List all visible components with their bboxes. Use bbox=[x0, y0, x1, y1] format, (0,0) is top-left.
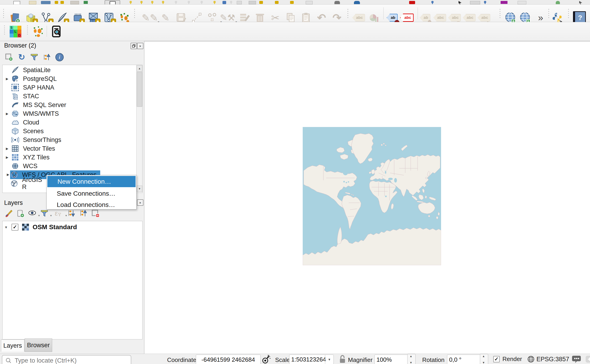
close-panel-button[interactable]: × bbox=[137, 199, 143, 206]
cursor-fragment[interactable] bbox=[458, 1, 462, 4]
collapse-expander[interactable]: ▼ bbox=[4, 225, 8, 229]
map-canvas[interactable] bbox=[144, 41, 590, 354]
tree-item-wms-wmts[interactable]: WMS/WMTS bbox=[3, 109, 132, 118]
toolbar-fragment[interactable] bbox=[306, 1, 312, 4]
expander[interactable] bbox=[3, 147, 11, 150]
scroll-thumb[interactable] bbox=[137, 72, 142, 107]
tree-item-sap-hana[interactable]: SAP HANA bbox=[3, 83, 132, 92]
rotation-spinner[interactable] bbox=[480, 354, 488, 364]
toolbar-fragment[interactable] bbox=[556, 1, 560, 4]
collapse-all-icon[interactable] bbox=[42, 53, 51, 62]
combo-dropdown-icon[interactable]: ▼ bbox=[325, 355, 333, 364]
properties-widget-icon[interactable]: i bbox=[55, 53, 64, 62]
cursor-fragment[interactable] bbox=[579, 1, 582, 4]
expander[interactable] bbox=[3, 77, 11, 81]
close-panel-button[interactable]: × bbox=[137, 43, 143, 49]
expander[interactable] bbox=[4, 173, 12, 176]
layer-row-osm-standard[interactable]: ▼ ✓ OSM Standard bbox=[4, 223, 77, 231]
toolbar-drag-handle[interactable] bbox=[568, 8, 570, 19]
toolbar-fragment[interactable] bbox=[129, 1, 132, 4]
scroll-down-button[interactable]: ▼ bbox=[137, 186, 142, 192]
render-control[interactable]: ✓ Render bbox=[493, 356, 522, 363]
manage-map-themes-icon[interactable] bbox=[28, 209, 37, 218]
crs-status-button[interactable]: EPSG:3857 bbox=[527, 356, 569, 363]
toolbar-drag-handle[interactable] bbox=[347, 8, 349, 19]
toolbar-fragment[interactable] bbox=[275, 1, 278, 4]
toolbar-fragment[interactable] bbox=[200, 1, 203, 4]
document-search-tool-icon[interactable] bbox=[50, 25, 62, 38]
toolbar-fragment[interactable] bbox=[140, 1, 143, 4]
dock-tab-layers[interactable]: Layers bbox=[1, 339, 24, 351]
tree-item-sensorthings[interactable]: SensorThings bbox=[3, 136, 132, 144]
toolbar-drag-handle[interactable] bbox=[27, 25, 28, 35]
toolbar-fragment[interactable] bbox=[55, 1, 58, 4]
toolbar-fragment[interactable] bbox=[484, 1, 486, 4]
scroll-up-button[interactable]: ▲ bbox=[137, 65, 142, 72]
toolbar-fragment[interactable] bbox=[175, 1, 177, 4]
toolbar-fragment[interactable] bbox=[70, 1, 79, 4]
toolbar-button-pressed[interactable] bbox=[105, 0, 120, 5]
tree-item-spatialite[interactable]: SpatiaLite bbox=[3, 66, 132, 74]
locator-input[interactable] bbox=[14, 357, 116, 364]
toolbar-drag-handle[interactable] bbox=[4, 25, 6, 35]
log-panel-button-partial[interactable] bbox=[585, 355, 590, 364]
coordinate-input[interactable] bbox=[196, 355, 261, 364]
expander[interactable] bbox=[3, 156, 11, 159]
toolbar-fragment[interactable] bbox=[187, 1, 190, 4]
tree-item-arcgis[interactable]: ArcGIS R bbox=[10, 179, 47, 188]
toolbar-fragment[interactable] bbox=[41, 1, 51, 4]
scale-combobox[interactable]: 1:503123264 ▼ bbox=[289, 355, 334, 364]
expander[interactable] bbox=[3, 112, 11, 116]
toolbar-fragment[interactable] bbox=[334, 1, 340, 4]
messages-button[interactable] bbox=[572, 355, 581, 364]
toolbar-fragment[interactable] bbox=[290, 1, 294, 4]
tree-item-vector-tiles[interactable]: Vector Tiles bbox=[3, 144, 132, 153]
toolbar-fragment[interactable] bbox=[354, 1, 360, 4]
toolbar-fragment[interactable] bbox=[60, 1, 64, 4]
toolbar-fragment[interactable] bbox=[162, 1, 164, 4]
toolbar-fragment[interactable] bbox=[223, 1, 226, 4]
magnifier-spinner[interactable] bbox=[407, 354, 416, 364]
float-panel-button[interactable] bbox=[131, 43, 137, 49]
menu-item-save-connections[interactable]: Save Connections… bbox=[47, 188, 136, 199]
locator-box[interactable] bbox=[2, 355, 131, 364]
toolbar-fragment[interactable] bbox=[431, 1, 434, 4]
toolbar-fragment[interactable] bbox=[237, 1, 242, 4]
dock-tab-browser[interactable]: Browser bbox=[25, 338, 52, 352]
tree-item-wcs[interactable]: WCS bbox=[3, 162, 132, 170]
toolbar-drag-handle[interactable] bbox=[548, 8, 550, 19]
toolbar-fragment[interactable] bbox=[13, 1, 20, 5]
refresh-icon[interactable]: ↻ bbox=[17, 53, 26, 62]
layer-visibility-checkbox[interactable]: ✓ bbox=[12, 224, 18, 231]
magnifier-input[interactable] bbox=[374, 355, 409, 364]
toolbar-fragment[interactable] bbox=[517, 1, 526, 4]
browser-scrollbar[interactable]: ▲ ▼ bbox=[136, 65, 142, 192]
add-group-icon[interactable] bbox=[16, 209, 25, 218]
sld-tool-icon[interactable]: S L D bbox=[9, 25, 22, 38]
tree-item-xyz-tiles[interactable]: XYZ Tiles bbox=[3, 153, 132, 162]
toolbar-fragment[interactable] bbox=[230, 1, 232, 4]
toolbar-drag-handle[interactable] bbox=[3, 8, 5, 19]
tracking-toggle-icon[interactable] bbox=[262, 355, 271, 364]
tree-item-scenes[interactable]: Scenes bbox=[3, 127, 132, 136]
filter-browser-icon[interactable] bbox=[30, 53, 39, 62]
toolbar-fragment[interactable] bbox=[29, 1, 36, 4]
toolbar-drag-handle[interactable] bbox=[499, 8, 501, 19]
menu-item-load-connections[interactable]: Load Connections… bbox=[47, 199, 136, 210]
add-selected-layers-icon[interactable] bbox=[5, 53, 13, 62]
tree-item-postgresql[interactable]: PostgreSQL bbox=[3, 74, 132, 83]
render-checkbox[interactable]: ✓ bbox=[493, 356, 500, 362]
toolbar-fragment[interactable] bbox=[501, 1, 508, 4]
menu-item-new-connection[interactable]: New Connection… bbox=[47, 176, 136, 187]
toolbar-fragment[interactable] bbox=[151, 1, 153, 4]
toolbar-fragment[interactable] bbox=[249, 1, 256, 4]
tree-item-ms-sql-server[interactable]: MS SQL Server bbox=[3, 101, 132, 109]
open-layer-styling-icon[interactable] bbox=[4, 209, 13, 218]
toolbar-fragment[interactable] bbox=[213, 1, 216, 4]
toolbar-fragment[interactable] bbox=[470, 1, 480, 4]
rotation-input[interactable] bbox=[447, 355, 482, 364]
scatter-points-tool-icon[interactable] bbox=[32, 25, 44, 38]
lock-scale-icon[interactable] bbox=[339, 355, 346, 364]
toolbar-fragment[interactable] bbox=[409, 1, 415, 4]
tree-item-cloud[interactable]: Cloud bbox=[3, 118, 132, 127]
